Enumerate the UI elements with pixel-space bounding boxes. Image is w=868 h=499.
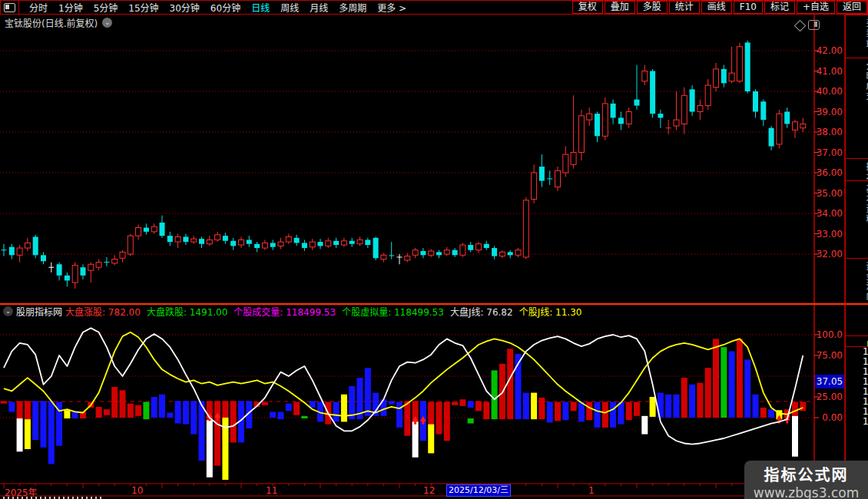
page-title: 宝钛股份(日线.前复权) bbox=[5, 16, 98, 29]
main-chart-region[interactable] bbox=[0, 21, 813, 302]
toolbar-button-7[interactable]: +自选 bbox=[797, 1, 835, 14]
period-tab-7[interactable]: 周线 bbox=[280, 3, 299, 14]
watermark-title: 指标公式网 bbox=[744, 463, 868, 485]
indicator-site-label: 股朋指标网 bbox=[16, 305, 62, 318]
period-tab-5[interactable]: 60分钟 bbox=[210, 3, 240, 14]
toolbar-button-5[interactable]: F10 bbox=[734, 1, 763, 14]
sidebar-item-label: 自选 bbox=[863, 339, 868, 346]
indicator-field-4: 大盘J线: 76.82 bbox=[450, 307, 513, 318]
indicator-field-5: 个股J线: 11.30 bbox=[519, 307, 582, 318]
sidebar-digit: 1 bbox=[846, 417, 868, 427]
period-tab-0[interactable]: 分时 bbox=[29, 3, 48, 14]
toolbar-divider bbox=[18, 1, 19, 14]
indicator-field-2: 个股成交量: 118499.53 bbox=[234, 307, 336, 318]
watermark: 指标公式网 www.zbgs3.com bbox=[744, 461, 868, 499]
panel-layout-icon[interactable] bbox=[808, 20, 820, 30]
period-tab-4[interactable]: 30分钟 bbox=[170, 3, 200, 14]
collapse-icon[interactable]: ⌄ bbox=[3, 306, 13, 316]
sidebar-item-3[interactable]: 基本资料 bbox=[846, 180, 868, 258]
sidebar-item-2[interactable]: 技术分析 bbox=[846, 158, 868, 180]
chart-title-row: 宝钛股份(日线.前复权) ⌄ bbox=[5, 16, 112, 29]
period-tab-3[interactable]: 15分钟 bbox=[128, 3, 158, 14]
toolbar-button-3[interactable]: 统计 bbox=[669, 1, 700, 14]
top-toolbar: 分时1分钟5分钟15分钟30分钟60分钟日线周线月线多周期更多 > 复权叠加多股… bbox=[0, 0, 868, 15]
sidebar-item-0[interactable]: 买卖盘 bbox=[846, 15, 868, 58]
indicator-header: ⌄ 股朋指标网 大盘涨股: 782.00大盘跌股: 1491.00个股成交量: … bbox=[3, 306, 588, 316]
app-window: 分时1分钟5分钟15分钟30分钟60分钟日线周线月线多周期更多 > 复权叠加多股… bbox=[0, 0, 868, 499]
indicator-value-badge: 37.05 bbox=[815, 375, 844, 388]
chevron-down-icon[interactable]: ⌄ bbox=[102, 18, 112, 28]
indicator-chart-region[interactable] bbox=[0, 316, 813, 482]
sidebar-item-label: 基本资料 bbox=[863, 184, 868, 224]
period-tab-9[interactable]: 多周期 bbox=[339, 3, 366, 14]
sidebar-item-1[interactable]: 分时成交 bbox=[846, 58, 868, 158]
sidebar-item-4[interactable]: 资金流向 bbox=[846, 258, 868, 335]
toolbar-button-4[interactable]: 画线 bbox=[701, 1, 732, 14]
toolbar-button-1[interactable]: 叠加 bbox=[605, 1, 635, 14]
selected-date-badge: 2025/12/03/三 bbox=[446, 484, 511, 497]
period-tab-6[interactable]: 日线 bbox=[251, 3, 270, 14]
period-tab-1[interactable]: 1分钟 bbox=[58, 3, 83, 14]
period-tab-10[interactable]: 更多 > bbox=[377, 3, 406, 14]
right-sidebar: 买卖盘分时成交技术分析基本资料资金流向自选11111111 bbox=[845, 15, 868, 497]
toolbar-button-0[interactable]: 复权 bbox=[572, 1, 603, 14]
indicator-values: 大盘涨股: 782.00大盘跌股: 1491.00个股成交量: 118499.5… bbox=[65, 304, 588, 319]
indicator-field-0: 大盘涨股: 782.00 bbox=[65, 307, 141, 318]
sidebar-item-label: 买卖盘 bbox=[863, 18, 868, 48]
indicator-field-1: 大盘跌股: 1491.00 bbox=[147, 307, 227, 318]
layout-icon[interactable] bbox=[4, 3, 15, 12]
watermark-url: www.zbgs3.com bbox=[744, 485, 868, 499]
sidebar-item-label: 分时成交 bbox=[863, 61, 868, 101]
toolbar-button-6[interactable]: 标记 bbox=[764, 1, 795, 14]
indicator-field-3: 个股虚拟量: 118499.53 bbox=[342, 307, 444, 318]
toolbar-buttons: 复权叠加多股统计画线F10标记+自选返回 bbox=[571, 1, 867, 14]
toolbar-button-8[interactable]: 返回 bbox=[837, 1, 867, 14]
toolbar-button-2[interactable]: 多股 bbox=[637, 1, 668, 14]
sidebar-item-5[interactable]: 自选 bbox=[846, 335, 868, 346]
sidebar-item-label: 技术分析 bbox=[863, 162, 868, 180]
sidebar-item-label: 资金流向 bbox=[863, 262, 868, 302]
period-tabs: 分时1分钟5分钟15分钟30分钟60分钟日线周线月线多周期更多 > bbox=[24, 0, 412, 15]
period-tab-8[interactable]: 月线 bbox=[310, 3, 328, 14]
period-tab-2[interactable]: 5分钟 bbox=[94, 3, 118, 14]
sidebar-digit-column: 11111111 bbox=[846, 346, 868, 427]
